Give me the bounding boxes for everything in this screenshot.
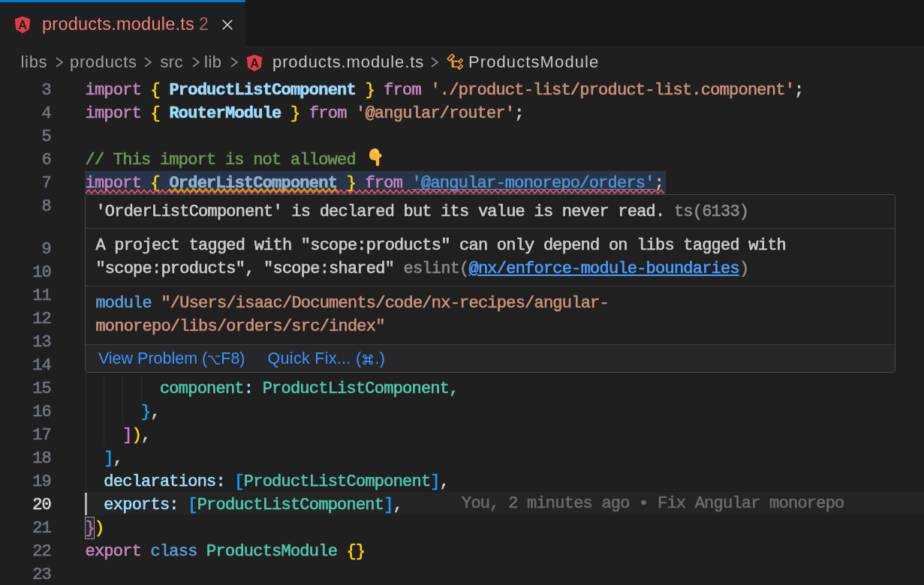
svg-text:A: A: [250, 56, 259, 70]
svg-text:A: A: [18, 18, 27, 32]
